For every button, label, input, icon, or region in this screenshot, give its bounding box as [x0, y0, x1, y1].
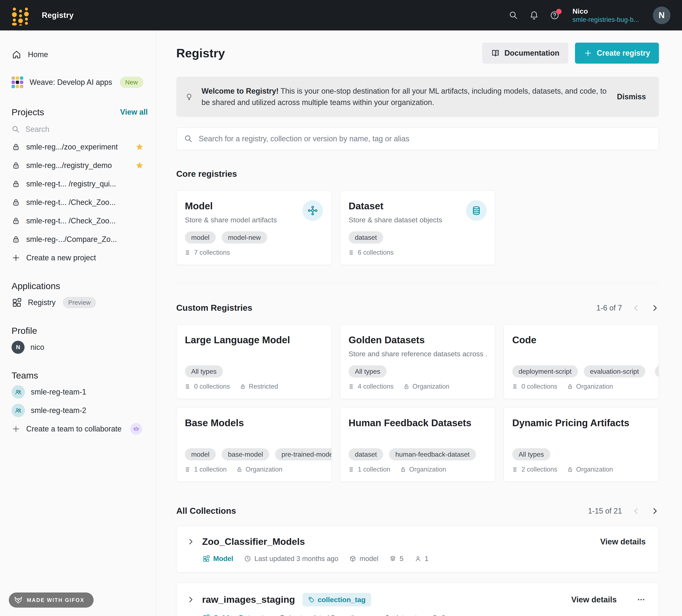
- sidebar-item-home[interactable]: Home: [12, 45, 148, 64]
- visibility: Organization: [567, 466, 613, 473]
- registry-card-dataset[interactable]: Dataset Store & share dataset objects da…: [340, 191, 495, 265]
- create-registry-label: Create registry: [597, 49, 650, 58]
- sidebar-project[interactable]: smle-reg-t... /registry_qui...: [12, 175, 148, 193]
- tag-overflow: [655, 365, 659, 377]
- sidebar-search[interactable]: [12, 121, 148, 138]
- profile-name: nico: [30, 343, 44, 352]
- registry-search[interactable]: [176, 128, 659, 150]
- more-menu-icon[interactable]: [636, 595, 646, 604]
- chevron-left-icon[interactable]: [632, 507, 640, 515]
- registry-search-input[interactable]: [199, 134, 651, 143]
- card-title: Golden Datasets: [348, 334, 486, 346]
- new-badge: New: [120, 76, 143, 88]
- view-details-link[interactable]: View details: [571, 595, 617, 604]
- tag: dataset: [348, 232, 383, 244]
- gifox-label: MADE WITH GIFOX: [27, 597, 84, 603]
- made-with-gifox-badge: MADE WITH GIFOX: [9, 593, 94, 608]
- sidebar-item-team[interactable]: smle-reg-team-2: [12, 401, 148, 420]
- versions-icon: [389, 555, 396, 562]
- registry-icon: [12, 297, 22, 308]
- bell-icon[interactable]: [529, 10, 539, 20]
- account-menu[interactable]: Nico smle-registries-bug-b...: [572, 7, 639, 24]
- collections-count: 1 collection: [185, 466, 227, 473]
- notification-dot: [556, 9, 562, 14]
- custom-registry-card[interactable]: Base Models model base-model pre-trained…: [176, 407, 332, 482]
- lock-icon: [12, 235, 20, 244]
- search-icon[interactable]: [509, 10, 518, 20]
- collection-row: raw_images_staging collection_tag View d…: [176, 582, 659, 616]
- sidebar-project[interactable]: smle-reg.../zoo_experiment: [12, 138, 148, 156]
- custom-registry-card[interactable]: Dynamic Pricing Artifacts All types 2 co…: [504, 407, 659, 482]
- sidebar-project[interactable]: smle-reg.../registry_demo: [12, 156, 148, 175]
- app-title: Registry: [42, 11, 74, 20]
- project-name: smle-reg-t... /Check_Zoo...: [26, 198, 116, 207]
- search-icon: [184, 134, 193, 143]
- book-icon: [491, 49, 500, 58]
- projects-header: Projects: [12, 107, 44, 117]
- sidebar-item-team[interactable]: smle-reg-team-1: [12, 383, 148, 401]
- sidebar-project[interactable]: smle-reg-t... /Check_Zoo...: [12, 193, 148, 212]
- lock-icon: [12, 217, 20, 225]
- collections-count: 7 collections: [185, 249, 230, 256]
- welcome-text: Welcome to Registry! This is your one-st…: [201, 85, 608, 108]
- lock-icon: [12, 142, 20, 151]
- chevron-right-icon[interactable]: [651, 304, 659, 312]
- sidebar-search-input[interactable]: [25, 125, 126, 134]
- collection-name: Zoo_Classifier_Models: [202, 536, 305, 547]
- sidebar: Home Weave: Develop AI apps New Projects…: [0, 30, 156, 616]
- view-all-link[interactable]: View all: [120, 108, 148, 116]
- user-org: smle-registries-bug-b...: [572, 16, 639, 24]
- view-details-link[interactable]: View details: [600, 537, 646, 546]
- lock-icon: [240, 383, 246, 390]
- home-icon: [12, 49, 22, 60]
- team-icon: [12, 404, 25, 417]
- custom-registry-card[interactable]: Large Language Model All types 0 collect…: [176, 324, 332, 399]
- star-icon[interactable]: [135, 161, 144, 170]
- documentation-label: Documentation: [504, 49, 560, 58]
- welcome-banner: Welcome to Registry! This is your one-st…: [176, 76, 659, 117]
- sidebar-item-profile[interactable]: N nico: [12, 338, 148, 356]
- expand-chevron-icon[interactable]: [186, 538, 195, 546]
- chevron-right-icon[interactable]: [651, 507, 659, 515]
- dismiss-button[interactable]: Dismiss: [617, 92, 646, 101]
- tag-icon: [308, 596, 315, 603]
- project-name: smle-reg.../zoo_experiment: [26, 142, 118, 151]
- registry-link[interactable]: Golden Datasets: [203, 614, 268, 616]
- sidebar-project[interactable]: smle-reg-.../Compare_Zo...: [12, 230, 148, 248]
- sidebar-item-weave[interactable]: Weave: Develop AI apps New: [12, 73, 148, 92]
- visibility: Restricted: [240, 383, 278, 390]
- sidebar-project[interactable]: smle-reg-t... /Check_Zoo...: [12, 212, 148, 230]
- core-registries-title: Core registries: [176, 169, 237, 179]
- custom-registry-card[interactable]: Golden Datasets Store and share referenc…: [340, 324, 495, 399]
- tag: model-new: [222, 232, 267, 244]
- star-icon[interactable]: [135, 142, 144, 151]
- collection-row: Zoo_Classifier_Models View details Model…: [176, 526, 659, 573]
- create-project-button[interactable]: Create a new project: [12, 248, 148, 267]
- custom-registry-card[interactable]: Human Feedback Datasets dataset human-fe…: [340, 407, 495, 482]
- help-icon[interactable]: [550, 10, 560, 20]
- team-name: smle-reg-team-2: [31, 406, 86, 415]
- expand-chevron-icon[interactable]: [186, 596, 195, 603]
- documentation-button[interactable]: Documentation: [482, 43, 568, 64]
- project-name: smle-reg-t... /Check_Zoo...: [26, 217, 116, 225]
- avatar[interactable]: N: [653, 6, 670, 24]
- unlock-icon: [403, 383, 410, 390]
- registry-card-model[interactable]: Model Store & share model artifacts mode…: [176, 191, 332, 265]
- member-count: 1: [414, 555, 429, 563]
- preview-badge: Preview: [63, 297, 96, 308]
- sidebar-item-registry-app[interactable]: Registry Preview: [12, 293, 148, 312]
- pagination-count: 1-6 of 7: [596, 304, 622, 312]
- create-registry-button[interactable]: Create registry: [575, 43, 659, 64]
- project-name: smle-reg-.../Compare_Zo...: [26, 235, 117, 244]
- tag: dataset: [348, 448, 383, 460]
- artifact-type: model: [349, 555, 378, 563]
- chevron-left-icon[interactable]: [632, 304, 640, 312]
- artifact-type: datasets: [384, 614, 420, 616]
- registry-icon: [203, 614, 210, 616]
- wandb-logo[interactable]: [12, 5, 29, 26]
- list-icon: [348, 249, 355, 256]
- registry-link[interactable]: Model: [203, 555, 233, 563]
- create-team-button[interactable]: Create a team to collaborate: [12, 420, 148, 438]
- collection-tag-pill[interactable]: collection_tag: [302, 593, 371, 606]
- custom-registry-card[interactable]: Code deployment-script evaluation-script…: [504, 324, 659, 399]
